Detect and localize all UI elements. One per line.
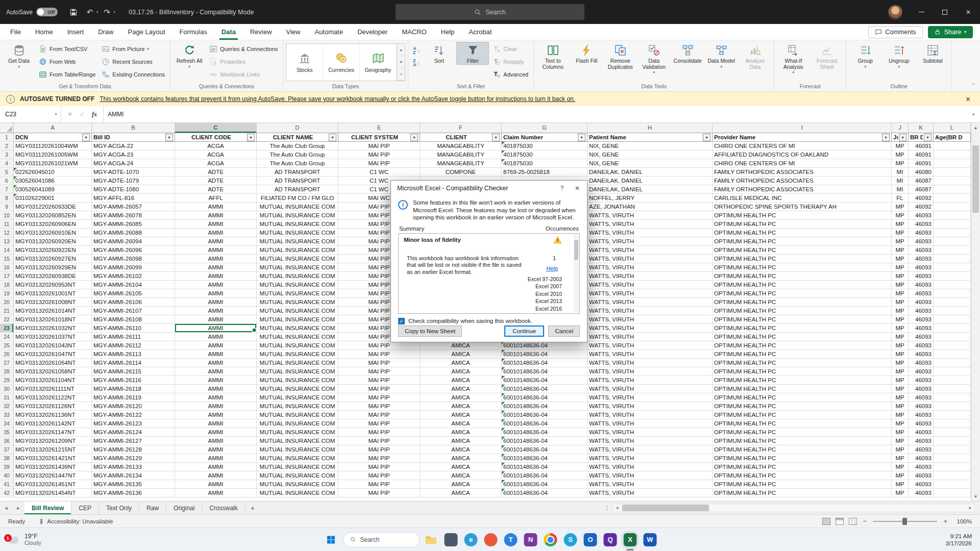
cell-C30[interactable]: AMMI xyxy=(175,385,257,393)
cell-K39[interactable]: 46093 xyxy=(909,463,934,471)
cell-F41[interactable]: AMICA xyxy=(420,480,502,489)
row-header-35[interactable]: 35 xyxy=(0,428,14,437)
row-header-38[interactable]: 38 xyxy=(0,454,14,463)
cell-E34[interactable]: MAI PIP xyxy=(338,419,420,428)
cell-G5[interactable]: 8769-25-0025818 xyxy=(502,168,587,177)
cell-A7[interactable]: 030526041089 xyxy=(14,185,92,194)
cell-I20[interactable]: OPTIMUM HEALTH PC xyxy=(713,298,892,307)
cell-D18[interactable]: MUTUAL INSURANCE COM xyxy=(257,281,338,289)
select-all-corner[interactable] xyxy=(0,123,14,133)
cell-C26[interactable]: AMMI xyxy=(175,350,257,359)
cell-A34[interactable]: MGY031320261142NT xyxy=(14,419,92,428)
cell-L22[interactable] xyxy=(934,315,971,324)
row-header-18[interactable]: 18 xyxy=(0,281,14,289)
cell-F35[interactable]: AMICA xyxy=(420,428,502,437)
row-header-11[interactable]: 11 xyxy=(0,220,14,229)
cell-C41[interactable]: AMMI xyxy=(175,480,257,489)
cell-G2[interactable]: 401875030 xyxy=(502,142,587,151)
cell-H13[interactable]: WATTS, VIRUTH xyxy=(587,237,713,246)
cell-A19[interactable]: MGY031320261001NT xyxy=(14,289,92,298)
cell-H6[interactable]: DANEILAK, DANIEL xyxy=(587,177,713,185)
cell-K20[interactable]: 46093 xyxy=(909,298,934,307)
cell-E33[interactable]: MAI PIP xyxy=(338,411,420,419)
ribbon-button-text-to-columns[interactable]: Text to Columns xyxy=(536,42,569,70)
cell-L25[interactable] xyxy=(934,341,971,350)
sheet-tab-original[interactable]: Original xyxy=(166,502,202,514)
cell-A5[interactable]: 022626045010 xyxy=(14,168,92,177)
cell-G39[interactable]: 60010148636-04 xyxy=(502,463,587,471)
cell-H5[interactable]: DANEILAK, DANIEL xyxy=(587,168,713,177)
tab-review[interactable]: Review xyxy=(243,24,279,40)
cell-I11[interactable]: OPTIMUM HEALTH PC xyxy=(713,220,892,229)
header-cell-C[interactable]: CLIENT CODE▼ xyxy=(175,133,257,142)
cell-I14[interactable]: OPTIMUM HEALTH PC xyxy=(713,246,892,255)
cell-D30[interactable]: MUTUAL INSURANCE COM xyxy=(257,385,338,393)
cell-J3[interactable]: MP xyxy=(892,151,909,159)
row-header-41[interactable]: 41 xyxy=(0,480,14,489)
cancel-entry-icon[interactable]: ✕ xyxy=(64,111,76,118)
cell-G38[interactable]: 60010148636-04 xyxy=(502,454,587,463)
dialog-help-button[interactable]: ? xyxy=(554,182,570,195)
cell-I9[interactable]: ORTHOPEDIC SPINE SPORTS THERAPY AH xyxy=(713,203,892,211)
cell-I42[interactable]: OPTIMUM HEALTH PC xyxy=(713,489,892,497)
cell-H31[interactable]: WATTS, VIRUTH xyxy=(587,393,713,402)
ribbon-button-clear[interactable]: Clear xyxy=(490,42,531,55)
cell-L5[interactable] xyxy=(934,168,971,177)
cell-K27[interactable]: 46093 xyxy=(909,359,934,367)
cell-D10[interactable]: MUTUAL INSURANCE COM xyxy=(257,211,338,220)
cell-J34[interactable]: MP xyxy=(892,419,909,428)
ribbon-button-properties[interactable]: Properties xyxy=(207,55,280,68)
cell-D33[interactable]: MUTUAL INSURANCE COM xyxy=(257,411,338,419)
cell-I19[interactable]: OPTIMUM HEALTH PC xyxy=(713,289,892,298)
header-cell-D[interactable]: CLIENT NAME▼ xyxy=(257,133,338,142)
cell-B11[interactable]: MGY-AMMI-26085 xyxy=(92,220,175,229)
cell-C2[interactable]: ACGA xyxy=(175,142,257,151)
confirm-entry-icon[interactable]: ✓ xyxy=(77,111,88,118)
cell-J5[interactable]: MI xyxy=(892,168,909,177)
cell-K16[interactable]: 46093 xyxy=(909,263,934,272)
autosave-toggle[interactable]: AutoSave Off xyxy=(0,8,64,16)
cell-G25[interactable]: 60010148636-04 xyxy=(502,341,587,350)
cell-L31[interactable] xyxy=(934,393,971,402)
header-cell-F[interactable]: CLIENT▼ xyxy=(420,133,502,142)
cell-B29[interactable]: MGY-AMMI-26116 xyxy=(92,376,175,385)
cell-I12[interactable]: OPTIMUM HEALTH PC xyxy=(713,229,892,237)
ribbon-button-existing-connections[interactable]: Existing Connections xyxy=(99,68,167,81)
cell-B9[interactable]: MGY-AMMI-26057 xyxy=(92,203,175,211)
cell-A28[interactable]: MGY031320261058NT xyxy=(14,367,92,376)
cell-L42[interactable] xyxy=(934,489,971,497)
header-cell-A[interactable]: DCN▼ xyxy=(14,133,92,142)
cell-G29[interactable]: 60010148636-04 xyxy=(502,376,587,385)
cell-H32[interactable]: WATTS, VIRUTH xyxy=(587,402,713,411)
cell-G28[interactable]: 60010148636-04 xyxy=(502,367,587,376)
ribbon-button-data-validation[interactable]: Data Validation▾ xyxy=(638,42,670,75)
cell-K21[interactable]: 46093 xyxy=(909,307,934,315)
ribbon-button-from-table-range[interactable]: From Table/Range xyxy=(36,68,98,81)
cell-F30[interactable]: AMICA xyxy=(420,385,502,393)
cell-K38[interactable]: 46093 xyxy=(909,454,934,463)
cell-A2[interactable]: MGY031120261004WM xyxy=(14,142,92,151)
tab-view[interactable]: View xyxy=(279,24,308,40)
cell-F28[interactable]: AMICA xyxy=(420,367,502,376)
cell-G3[interactable]: 401875030 xyxy=(502,151,587,159)
cell-D11[interactable]: MUTUAL INSURANCE COM xyxy=(257,220,338,229)
cell-H23[interactable]: WATTS, VIRUTH xyxy=(587,324,713,333)
cell-B30[interactable]: MGY-AMMI-26118 xyxy=(92,385,175,393)
cell-L40[interactable] xyxy=(934,471,971,480)
cell-C23[interactable]: AMMI xyxy=(175,324,257,333)
cell-B22[interactable]: MGY-AMMI-26108 xyxy=(92,315,175,324)
cell-K10[interactable]: 46093 xyxy=(909,211,934,220)
cell-L23[interactable] xyxy=(934,324,971,333)
ribbon-button-sort[interactable]: Sort xyxy=(423,42,455,65)
cell-A31[interactable]: MGY031320261122NT xyxy=(14,393,92,402)
ribbon-button-what-if-analysis[interactable]: What-If Analysis▾ xyxy=(777,42,810,75)
skype-icon[interactable]: S xyxy=(564,533,577,546)
cell-D23[interactable]: MUTUAL INSURANCE COM xyxy=(257,324,338,333)
zoom-slider[interactable] xyxy=(873,521,937,522)
row-header-32[interactable]: 32 xyxy=(0,402,14,411)
cell-D5[interactable]: AD TRANSPORT xyxy=(257,168,338,177)
gallery-scroll-buttons[interactable]: ▲▼≡ xyxy=(397,44,405,81)
cell-C32[interactable]: AMMI xyxy=(175,402,257,411)
accessibility-status[interactable]: Accessibility: Unavailable xyxy=(33,518,118,524)
cell-E26[interactable]: MAI PIP xyxy=(338,350,420,359)
